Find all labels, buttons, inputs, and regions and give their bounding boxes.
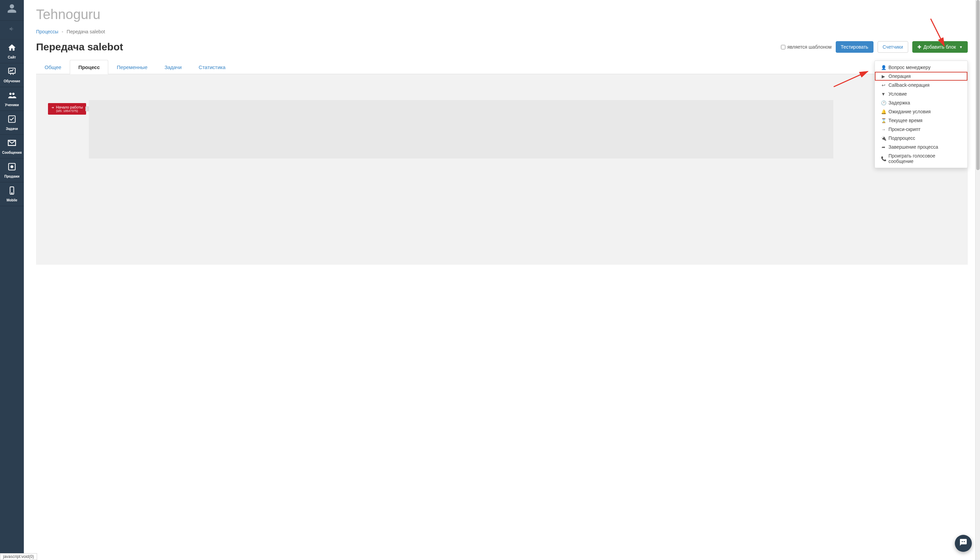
speaker-muted-icon	[9, 25, 15, 34]
dropdown-item-label: Текущее время	[888, 118, 922, 123]
chat-icon	[959, 538, 967, 548]
safe-icon	[7, 162, 16, 173]
dropdown-item-current-time[interactable]: ⌛ Текущее время	[875, 116, 967, 125]
tab-tasks[interactable]: Задачи	[156, 60, 190, 74]
house-icon	[7, 43, 16, 54]
svg-point-7	[12, 167, 12, 167]
node-output-connector[interactable]	[85, 107, 89, 111]
sidebar-item-label: Задачи	[6, 127, 18, 131]
dropdown-item-label: Подпроцесс	[888, 135, 915, 141]
tab-statistics[interactable]: Статистика	[190, 60, 234, 74]
dropdown-item-subprocess[interactable]: 🔌 Подпроцесс	[875, 134, 967, 143]
dropdown-item-label: Вопрос менеджеру	[888, 65, 931, 70]
dropdown-item-manager-question[interactable]: 👤 Вопрос менеджеру	[875, 63, 967, 72]
dropdown-item-operation[interactable]: ▶ Операция	[875, 72, 967, 81]
play-icon: ▶	[881, 74, 886, 79]
svg-point-2	[12, 93, 15, 95]
vertical-scrollbar[interactable]	[975, 0, 980, 560]
sidebar-item-mobile[interactable]: Mobile	[0, 182, 24, 206]
sidebar-item-label: Обучение	[4, 79, 20, 83]
bell-icon: 🔔	[881, 109, 886, 114]
svg-point-9	[12, 193, 12, 193]
sidebar-item-sales[interactable]: Продажи	[0, 158, 24, 182]
sidebar-item-label: Ученики	[5, 103, 19, 107]
plug-icon: 🔌	[881, 136, 886, 141]
page-title: Передача salebot	[36, 41, 123, 53]
envelope-icon	[7, 138, 16, 149]
breadcrumb-root[interactable]: Процессы	[36, 29, 58, 34]
dropdown-item-label: Операция	[888, 73, 911, 79]
sidebar-item-label: Продажи	[5, 175, 19, 178]
people-icon	[7, 91, 16, 102]
user-icon: 👤	[881, 65, 886, 70]
add-block-dropdown: 👤 Вопрос менеджеру ▶ Операция ↩ Callback…	[875, 60, 968, 168]
main-content: Tehnoguru Процессы - Передача salebot Пе…	[24, 0, 980, 560]
dropdown-item-delay[interactable]: 🕐 Задержка	[875, 98, 967, 107]
test-button[interactable]: Тестировать	[836, 41, 873, 53]
sign-out-icon: ➦	[881, 145, 886, 150]
sidebar-item-label: Сообщения	[2, 151, 22, 155]
dropdown-item-label: Ожидание условия	[888, 109, 931, 114]
add-block-button[interactable]: ✚ Добавить блок ▼	[912, 41, 968, 53]
add-block-label: Добавить блок	[923, 44, 956, 50]
dropdown-item-condition[interactable]: ▼ Условие	[875, 90, 967, 98]
dropdown-item-wait-condition[interactable]: 🔔 Ожидание условия	[875, 107, 967, 116]
header-actions: является шаблоном Тестировать Счетчики ✚…	[781, 41, 968, 53]
dropdown-item-proxy-script[interactable]: → Прокси-скрипт	[875, 125, 967, 134]
chart-board-icon	[7, 67, 16, 78]
sidebar-item-label: Сайт	[8, 55, 16, 59]
template-checkbox-wrap[interactable]: является шаблоном	[781, 44, 832, 50]
login-arrow-icon: ➜	[52, 106, 54, 109]
canvas-drop-area[interactable]	[89, 100, 833, 158]
hourglass-icon: ⌛	[881, 118, 886, 123]
caret-down-icon: ▼	[959, 45, 963, 49]
reply-icon: ↩	[881, 83, 886, 88]
tab-process[interactable]: Процесс	[70, 60, 108, 74]
sidebar-item-label: Mobile	[7, 198, 17, 202]
dropdown-item-label: Завершение процесса	[888, 144, 938, 150]
phone-handset-icon: 📞	[881, 156, 886, 161]
dropdown-item-label: Задержка	[888, 100, 910, 105]
breadcrumb: Процессы - Передача salebot	[36, 29, 968, 34]
tab-general[interactable]: Общее	[36, 60, 70, 74]
dropdown-item-voice-message[interactable]: 📞 Проиграть голосовое сообщение	[875, 152, 967, 166]
check-box-icon	[7, 115, 16, 125]
sidebar-item-sound[interactable]	[0, 21, 24, 40]
arrow-right-icon: →	[881, 127, 886, 132]
dropdown-item-end-process[interactable]: ➦ Завершение процесса	[875, 143, 967, 152]
dropdown-item-label: Callback-операция	[888, 82, 930, 88]
dropdown-item-label: Проиграть голосовое сообщение	[888, 153, 961, 164]
tabs: Общее Процесс Переменные Задачи Статисти…	[36, 60, 968, 74]
plus-icon: ✚	[917, 44, 922, 50]
tab-variables[interactable]: Переменные	[108, 60, 156, 74]
chat-fab[interactable]	[955, 535, 972, 552]
process-node-title: Начало работы	[56, 105, 83, 109]
dropdown-item-callback[interactable]: ↩ Callback-операция	[875, 81, 967, 90]
phone-icon	[7, 186, 16, 197]
svg-point-1	[9, 93, 12, 95]
process-start-node[interactable]: ➜ Начало работы (idS: 18547375)	[48, 103, 86, 115]
sidebar-item-site[interactable]: Сайт	[0, 40, 24, 63]
sidebar-item-profile[interactable]	[0, 0, 24, 21]
app-title: Tehnoguru	[36, 7, 968, 22]
sidebar-item-tasks[interactable]: Задачи	[0, 111, 24, 135]
page-header: Передача salebot является шаблоном Тести…	[36, 41, 968, 53]
sidebar-item-students[interactable]: Ученики	[0, 87, 24, 111]
sidebar-item-training[interactable]: Обучение	[0, 63, 24, 87]
clock-icon: 🕐	[881, 100, 886, 105]
user-silhouette-icon	[7, 3, 17, 16]
template-checkbox-label: является шаблоном	[787, 44, 832, 50]
status-bar: javascript:void(0)	[0, 553, 37, 560]
breadcrumb-sep: -	[62, 29, 63, 34]
process-node-id: (idS: 18547375)	[51, 109, 83, 113]
sidebar: Сайт Обучение Ученики Задачи Сообщения П…	[0, 0, 24, 560]
dropdown-item-label: Условие	[888, 91, 907, 97]
dropdown-item-label: Прокси-скрипт	[888, 127, 920, 132]
sidebar-item-messages[interactable]: Сообщения	[0, 135, 24, 158]
process-canvas[interactable]: ➜ Начало работы (idS: 18547375)	[36, 74, 968, 265]
template-checkbox[interactable]	[781, 45, 785, 49]
counters-button[interactable]: Счетчики	[878, 41, 908, 53]
filter-icon: ▼	[881, 92, 886, 97]
breadcrumb-current: Передача salebot	[67, 29, 105, 34]
